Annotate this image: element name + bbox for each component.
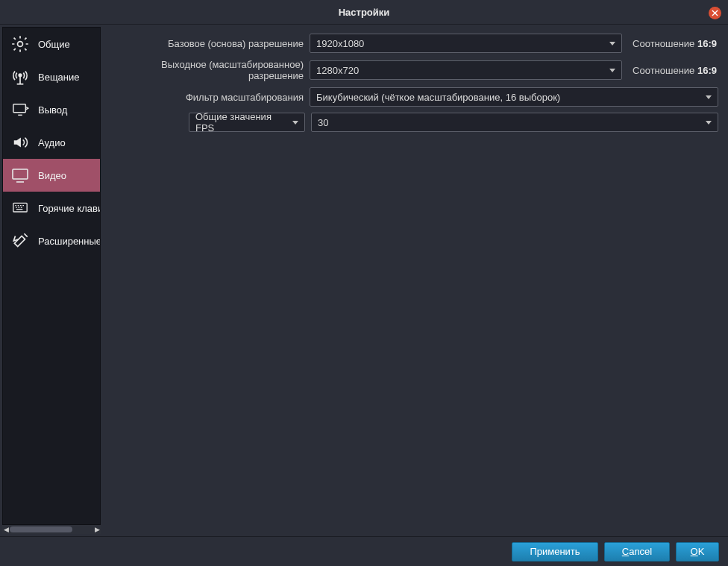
sidebar-item-video[interactable]: Видео xyxy=(3,159,100,192)
ok-button[interactable]: OK xyxy=(676,542,719,562)
keyboard-icon xyxy=(8,198,32,218)
output-aspect-ratio: Соотношение 16:9 xyxy=(628,65,718,76)
downscale-filter-value: Бикубический (чёткое масштабирование, 16… xyxy=(316,92,560,103)
sidebar-item-label: Вывод xyxy=(38,104,67,116)
svg-rect-10 xyxy=(13,204,27,213)
chevron-down-icon xyxy=(706,95,712,99)
fps-mode-combo[interactable]: Общие значения FPS xyxy=(189,113,305,132)
settings-panel: Базовое (основа) разрешение 1920x1080 Со… xyxy=(110,27,726,534)
output-resolution-combo[interactable]: 1280x720 xyxy=(310,60,622,80)
base-aspect-ratio: Соотношение 16:9 xyxy=(628,38,718,49)
chevron-down-icon xyxy=(706,121,712,125)
gear-icon xyxy=(8,34,32,54)
apply-button[interactable]: Применить xyxy=(512,542,598,562)
sidebar-item-general[interactable]: Общие xyxy=(3,28,100,60)
speaker-icon xyxy=(8,132,32,153)
output-icon xyxy=(8,99,32,120)
broadcast-icon xyxy=(8,66,32,87)
sidebar-item-label: Горячие клавиши xyxy=(38,203,101,214)
fps-value: 30 xyxy=(318,117,328,128)
scrollbar-thumb[interactable] xyxy=(10,526,72,532)
downscale-filter-label: Фильтр масштабирования xyxy=(110,92,304,103)
base-resolution-combo[interactable]: 1920x1080 xyxy=(310,34,622,53)
sidebar-item-label: Аудио xyxy=(38,137,66,148)
sidebar-item-label: Расширенные xyxy=(38,236,101,247)
close-icon xyxy=(712,10,718,16)
base-resolution-label: Базовое (основа) разрешение xyxy=(110,38,304,49)
scroll-left-icon: ◀ xyxy=(2,526,10,533)
output-resolution-label: Выходное (масштабированное) разрешение xyxy=(110,59,304,81)
window-title: Настройки xyxy=(339,7,390,18)
sidebar-item-stream[interactable]: Вещание xyxy=(3,60,100,93)
fps-value-combo[interactable]: 30 xyxy=(311,113,718,132)
sidebar-item-label: Общие xyxy=(38,39,70,50)
sidebar-item-hotkeys[interactable]: Горячие клавиши xyxy=(3,192,100,224)
sidebar-item-label: Видео xyxy=(38,170,66,181)
chevron-down-icon xyxy=(609,42,615,45)
fps-mode-value: Общие значения FPS xyxy=(195,111,292,133)
monitor-icon xyxy=(8,165,32,186)
sidebar-item-output[interactable]: Вывод xyxy=(3,93,100,126)
chevron-down-icon xyxy=(609,69,615,72)
scroll-right-icon: ▶ xyxy=(93,526,101,533)
footer: Применить Cancel OK xyxy=(0,536,728,566)
sidebar-item-advanced[interactable]: Расширенные xyxy=(3,224,100,257)
base-resolution-value: 1920x1080 xyxy=(316,38,364,49)
sidebar-item-label: Вещание xyxy=(38,72,80,83)
sidebar-horizontal-scrollbar[interactable]: ◀ ▶ xyxy=(2,525,101,534)
svg-rect-6 xyxy=(13,104,26,113)
svg-rect-8 xyxy=(13,169,28,179)
sidebar-item-audio[interactable]: Аудио xyxy=(3,126,100,159)
downscale-filter-combo[interactable]: Бикубический (чёткое масштабирование, 16… xyxy=(310,87,718,107)
chevron-down-icon xyxy=(292,121,298,125)
close-button[interactable] xyxy=(709,7,721,19)
output-resolution-value: 1280x720 xyxy=(316,65,359,76)
tools-icon xyxy=(8,230,32,251)
svg-point-2 xyxy=(18,42,23,47)
titlebar: Настройки xyxy=(0,0,728,25)
sidebar: Общие Вещание Вывод Аудио Видео xyxy=(2,27,101,525)
cancel-button[interactable]: Cancel xyxy=(604,542,670,562)
